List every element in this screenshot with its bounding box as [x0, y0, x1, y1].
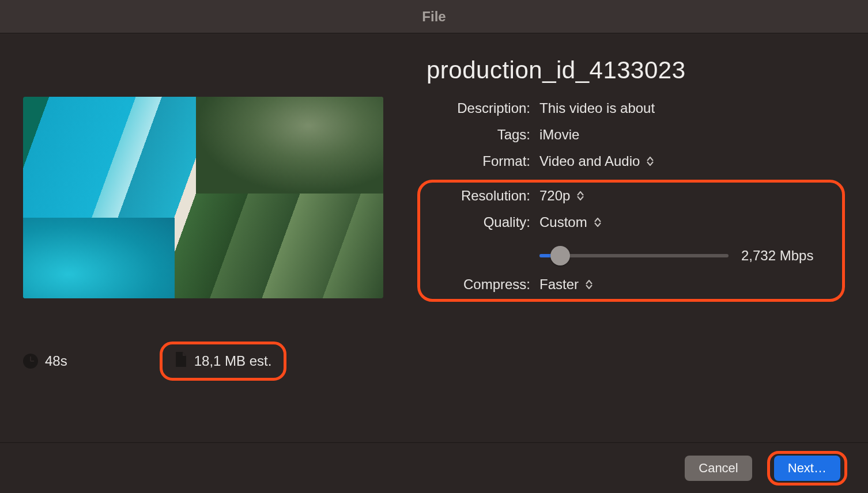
resolution-popup[interactable]: 720p [539, 188, 584, 204]
format-row: Format: Video and Audio [421, 153, 845, 169]
chevron-updown-icon [577, 191, 584, 200]
right-pane: production_id_4133023 Description: This … [421, 56, 845, 431]
quality-label: Quality: [421, 214, 530, 230]
bitrate-value: 2,732 Mbps [741, 248, 813, 264]
description-input[interactable]: This video is about [539, 100, 655, 116]
next-button[interactable]: Next… [774, 456, 840, 481]
video-preview [23, 97, 383, 298]
compress-label: Compress: [421, 276, 530, 293]
content-area: 48s 18,1 MB est. production_id_4133023 D… [0, 33, 868, 442]
project-title: production_id_4133023 [427, 56, 845, 84]
file-icon [175, 352, 187, 370]
quality-row: Quality: Custom [421, 214, 835, 230]
duration-stat: 48s [23, 353, 67, 369]
clock-icon [23, 354, 38, 369]
description-row: Description: This video is about [421, 100, 845, 116]
format-popup[interactable]: Video and Audio [539, 153, 654, 169]
slider-knob[interactable] [550, 246, 570, 266]
filesize-value: 18,1 MB est. [194, 353, 272, 369]
titlebar: File [0, 0, 868, 33]
stats-row: 48s 18,1 MB est. [23, 342, 392, 381]
tags-input[interactable]: iMovie [539, 127, 579, 143]
chevron-updown-icon [586, 280, 592, 289]
tags-label: Tags: [421, 127, 530, 143]
quality-popup[interactable]: Custom [539, 214, 601, 230]
highlighted-settings: Resolution: 720p Quality: [417, 180, 845, 302]
form: Description: This video is about Tags: i… [421, 100, 845, 302]
bitrate-slider[interactable] [539, 245, 729, 266]
compress-popup[interactable]: Faster [539, 276, 592, 293]
footer: Cancel Next… [0, 442, 868, 493]
resolution-label: Resolution: [421, 188, 530, 204]
format-label: Format: [421, 153, 530, 169]
chevron-updown-icon [647, 157, 654, 166]
filesize-stat: 18,1 MB est. [160, 342, 287, 381]
description-label: Description: [421, 100, 530, 116]
export-dialog: File 48s 18,1 MB est. production_id_4133… [0, 0, 868, 493]
next-button-highlight: Next… [767, 451, 847, 486]
chevron-updown-icon [594, 218, 601, 227]
cancel-button[interactable]: Cancel [685, 456, 752, 481]
left-pane: 48s 18,1 MB est. [23, 56, 392, 431]
resolution-row: Resolution: 720p [421, 188, 835, 204]
window-title: File [422, 9, 446, 25]
duration-value: 48s [45, 353, 67, 369]
bitrate-slider-row: 2,732 Mbps [539, 245, 813, 266]
compress-row: Compress: Faster [421, 276, 835, 293]
bitrate-row: 2,732 Mbps [421, 241, 835, 266]
tags-row: Tags: iMovie [421, 127, 845, 143]
